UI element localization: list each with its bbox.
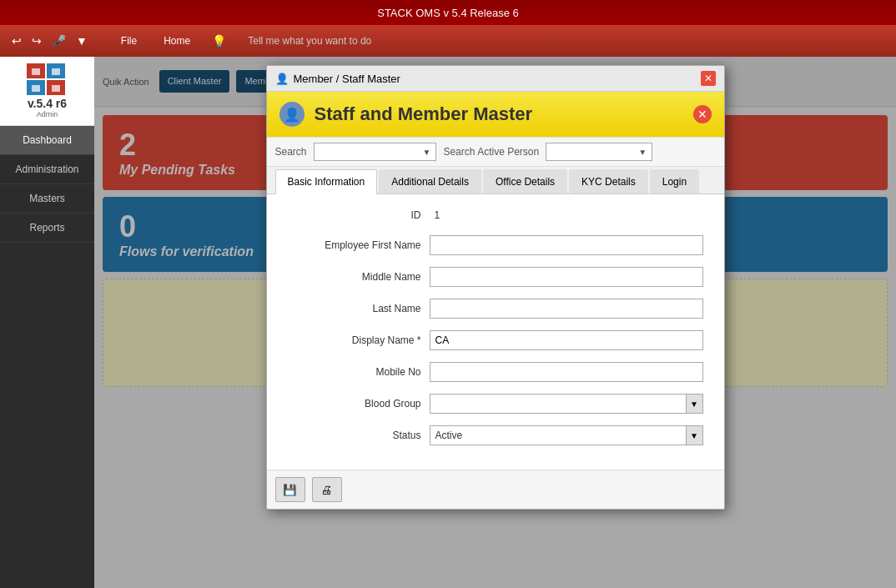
tab-basic-information[interactable]: Basic Information <box>275 169 378 194</box>
save-button[interactable]: 💾 <box>275 477 305 502</box>
file-menu[interactable]: File <box>116 32 142 50</box>
modal-footer: 💾 🖨 <box>267 470 724 509</box>
employee-first-name-input[interactable] <box>430 235 703 255</box>
search-label: Search <box>275 146 307 158</box>
modal-body: ID 1 Employee First Name Middle Name <box>267 194 724 470</box>
modal-tabs: Basic Information Additional Details Off… <box>267 167 724 194</box>
logo-area: v.5.4 r6 Admin <box>0 57 94 126</box>
print-button[interactable]: 🖨 <box>312 477 342 502</box>
display-name-label: Display Name * <box>288 334 421 346</box>
status-row: Status Active ▼ <box>288 425 703 445</box>
tab-office-details[interactable]: Office Details <box>483 169 567 193</box>
mobile-no-input[interactable] <box>430 362 703 382</box>
tab-kyc-details[interactable]: KYC Details <box>569 169 648 193</box>
display-name-row: Display Name * <box>288 330 703 350</box>
blood-group-arrow[interactable]: ▼ <box>686 395 702 413</box>
title-bar: STACK OMS v 5.4 Release 6 <box>0 0 896 25</box>
tell-me-input[interactable]: Tell me what you want to do <box>243 32 376 50</box>
blood-group-select[interactable]: ▼ <box>430 394 703 414</box>
blood-group-row: Blood Group ▼ <box>288 394 703 414</box>
svg-rect-5 <box>52 68 60 75</box>
modal-minimize-button[interactable]: ✕ <box>701 71 716 86</box>
menu-bar: ↩ ↪ 🎤 ▼ File Home 💡 Tell me what you wan… <box>0 25 896 57</box>
blood-group-label: Blood Group <box>288 398 421 410</box>
sidebar-item-dashboard[interactable]: Dashboard <box>0 126 94 155</box>
main-content: Quik Action Client Master Member Master … <box>94 57 896 588</box>
last-name-row: Last Name <box>288 299 703 319</box>
middle-name-label: Middle Name <box>288 271 421 283</box>
search-input[interactable] <box>320 146 420 158</box>
search-active-arrow[interactable]: ▼ <box>638 148 647 157</box>
modal-title-bar: 👤 Member / Staff Master ✕ <box>267 66 724 92</box>
status-value: Active <box>430 428 686 443</box>
search-active-input[interactable] <box>551 146 635 158</box>
middle-name-input[interactable] <box>430 267 703 287</box>
sidebar-item-administration[interactable]: Administration <box>0 155 94 184</box>
modal-search-bar: Search ▼ Search Active Person ▼ <box>267 138 724 167</box>
tab-login[interactable]: Login <box>650 169 699 193</box>
modal-title-left: 👤 Member / Staff Master <box>275 73 400 85</box>
middle-name-row: Middle Name <box>288 267 703 287</box>
mobile-no-label: Mobile No <box>288 366 421 378</box>
employee-first-name-label: Employee First Name <box>288 239 421 251</box>
logo-user: Admin <box>37 110 58 118</box>
last-name-input[interactable] <box>430 299 703 319</box>
sidebar-item-masters[interactable]: Masters <box>0 184 94 214</box>
app-area: v.5.4 r6 Admin Dashboard Administration … <box>0 57 896 588</box>
save-icon: 💾 <box>283 484 297 496</box>
app-title: STACK OMS v 5.4 Release 6 <box>377 7 519 19</box>
status-arrow[interactable]: ▼ <box>686 426 702 445</box>
search-combo[interactable]: ▼ <box>314 143 437 161</box>
blood-group-value <box>430 402 686 405</box>
staff-member-modal: 👤 Member / Staff Master ✕ 👤 Staff and Me… <box>266 65 725 510</box>
stack-logo <box>27 63 68 97</box>
home-menu[interactable]: Home <box>159 32 195 50</box>
search-dropdown-arrow[interactable]: ▼ <box>423 148 431 157</box>
more-button[interactable]: ▼ <box>73 33 91 49</box>
svg-rect-7 <box>52 85 60 92</box>
sidebar: v.5.4 r6 Admin Dashboard Administration … <box>0 57 94 588</box>
print-icon: 🖨 <box>321 484 332 496</box>
modal-header-title: Staff and Member Master <box>315 103 533 125</box>
lightbulb-icon: 💡 <box>212 34 226 48</box>
id-value: 1 <box>430 207 445 224</box>
id-label: ID <box>288 209 421 221</box>
search-active-label: Search Active Person <box>443 146 539 158</box>
modal-person-icon: 👤 <box>275 73 289 85</box>
sidebar-item-reports[interactable]: Reports <box>0 214 94 243</box>
employee-first-name-row: Employee First Name <box>288 235 703 255</box>
last-name-label: Last Name <box>288 303 421 314</box>
header-person-icon: 👤 <box>279 102 305 127</box>
tab-additional-details[interactable]: Additional Details <box>379 169 481 193</box>
redo-button[interactable]: ↪ <box>28 33 45 49</box>
status-label: Status <box>288 430 421 441</box>
undo-button[interactable]: ↩ <box>8 33 25 49</box>
custom-button[interactable]: 🎤 <box>48 33 69 49</box>
search-active-combo[interactable]: ▼ <box>546 143 652 161</box>
undo-redo-group: ↩ ↪ 🎤 ▼ <box>8 33 91 49</box>
modal-header: 👤 Staff and Member Master ✕ <box>267 92 724 138</box>
status-select[interactable]: Active ▼ <box>430 425 703 445</box>
svg-rect-6 <box>32 85 40 92</box>
id-row: ID 1 <box>288 207 703 224</box>
modal-window-title: Member / Staff Master <box>294 73 400 85</box>
svg-rect-4 <box>32 68 40 75</box>
modal-close-button[interactable]: ✕ <box>693 105 712 123</box>
mobile-no-row: Mobile No <box>288 362 703 382</box>
modal-overlay: 👤 Member / Staff Master ✕ 👤 Staff and Me… <box>94 57 896 588</box>
display-name-input[interactable] <box>430 330 703 350</box>
logo-text: v.5.4 r6 <box>28 97 67 110</box>
